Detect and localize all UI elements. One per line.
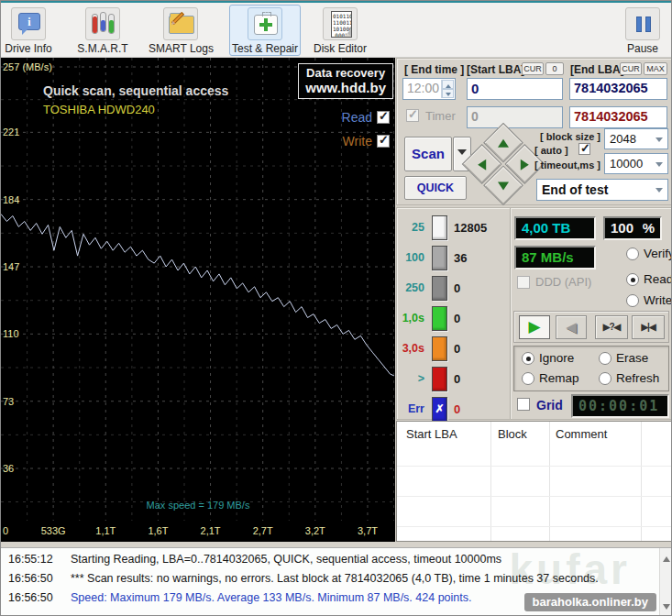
log-timestamp: 16:56:50 [8, 572, 53, 585]
back-icon: ◀ [566, 319, 577, 335]
mode-radio-write[interactable]: Write [626, 293, 672, 307]
vendor-banner: Data recovery www.hdd.by [298, 63, 393, 99]
smart-logs-button[interactable]: SMART Logs [148, 5, 214, 56]
histogram-row: 250 0 [397, 276, 507, 302]
auto-label: [ auto ] [534, 145, 568, 156]
drive-info-icon: i [11, 7, 46, 40]
end-time-spin-arrows[interactable] [441, 80, 454, 98]
svg-text:0: 0 [3, 525, 8, 536]
smart-label: S.M.A.R.T [75, 42, 130, 55]
timer-label: Timer [425, 109, 456, 123]
start-lba-zero-button[interactable]: 0 [545, 62, 564, 75]
svg-text:3,7T: 3,7T [358, 525, 378, 536]
start-lba-label: [Start LBA] [467, 63, 524, 76]
svg-text:2,7T: 2,7T [253, 525, 273, 536]
column-header-start-lba[interactable]: Start LBA [406, 427, 457, 441]
defect-table[interactable]: Start LBA Block Comment [396, 421, 672, 542]
read-series-toggle-row: Read [342, 110, 390, 125]
ddd-api-label: DDD (API) [535, 275, 591, 289]
block-size-select[interactable]: 2048 [604, 128, 668, 149]
action-radio-ignore[interactable]: Ignore [522, 351, 574, 365]
goto-end-button[interactable]: ▶|◀ [632, 315, 665, 339]
mode-radio-read[interactable]: Read [626, 272, 672, 286]
column-header-comment[interactable]: Comment [556, 427, 607, 441]
error-action-panel: Ignore Erase Remap Refresh [513, 346, 669, 391]
quick-button[interactable]: QUICK [404, 176, 467, 200]
histogram-count: 36 [454, 251, 467, 265]
grid-checkbox[interactable] [517, 398, 530, 411]
start-lba-input[interactable]: 0 [467, 78, 563, 100]
speed-graph: 257 (MB/s)22118414711073360533G1,1T1,6T2… [1, 58, 395, 542]
disk-editor-button[interactable]: 0101101100111010000001 Disk Editor [311, 5, 369, 56]
smart-logs-label: SMART Logs [149, 42, 213, 55]
end-lba-max-button[interactable]: MAX [644, 62, 667, 75]
timer-checkbox[interactable] [406, 109, 419, 122]
test-repair-button[interactable]: Test & Repair [229, 5, 301, 56]
disk-editor-label: Disk Editor [312, 42, 369, 55]
pause-icon [625, 7, 660, 40]
log-panel[interactable]: kufar 16:55:12 Starting Reading, LBA=0..… [1, 547, 672, 616]
histogram-label: 25 [412, 221, 424, 234]
play-button[interactable]: ▶ [519, 315, 550, 339]
auto-checkbox[interactable] [578, 143, 590, 155]
svg-text:1,6T: 1,6T [148, 525, 168, 536]
log-entry: 16:56:50 *** Scan results: no warnings, … [1, 569, 643, 588]
mode-radio-verify[interactable]: Verify [626, 247, 672, 260]
end-time-spinner[interactable]: 12:00 [402, 78, 456, 100]
disk-editor-icon: 0101101100111010000001 [323, 7, 358, 40]
svg-text:1,1T: 1,1T [95, 525, 116, 536]
drive-info-label: Drive Info [4, 42, 53, 55]
table-column-divider [641, 422, 642, 541]
percent-value: 100 [611, 220, 633, 236]
right-panel: [ End time ] [Start LBA] CUR 0 [End LBA]… [395, 58, 672, 542]
end-of-test-select[interactable]: End of test [536, 179, 668, 201]
log-scrollbar[interactable] [659, 548, 672, 616]
radio-dot-icon [599, 352, 611, 365]
pause-label: Pause [621, 42, 665, 55]
smart-button[interactable]: S.M.A.R.T [74, 5, 131, 56]
start-lba-cur-button[interactable]: CUR [522, 62, 544, 75]
victoria-app-window: i Drive Info S.M.A.R.T SMART Logs Test &… [0, 0, 672, 616]
column-header-block[interactable]: Block [498, 427, 527, 441]
main-toolbar: i Drive Info S.M.A.R.T SMART Logs Test &… [1, 3, 672, 58]
log-message: Starting Reading, LBA=0..7814032065, QUI… [71, 553, 501, 566]
histogram-label: > [418, 372, 424, 385]
action-radio-erase[interactable]: Erase [599, 351, 648, 365]
table-row-divider [397, 496, 671, 497]
histogram-label: Err [408, 402, 424, 415]
banner-line1: Data recovery [305, 66, 386, 80]
end-time-value: 12:00 [407, 81, 439, 95]
write-series-checkbox[interactable] [377, 135, 390, 148]
scroll-down-icon[interactable] [663, 604, 670, 613]
radio-dot-icon [626, 273, 639, 286]
scan-button[interactable]: Scan [404, 137, 452, 171]
histogram-count: 0 [454, 342, 460, 356]
current-speed-display: 87 MB/s [514, 246, 596, 270]
timeout-label: [ timeout,ms ] [523, 160, 600, 170]
end-lba-input[interactable]: 7814032065 [569, 78, 667, 100]
log-timestamp: 16:56:50 [8, 591, 53, 604]
end-lba-cur-button[interactable]: CUR [620, 62, 642, 75]
read-series-checkbox[interactable] [377, 111, 390, 124]
progress-percent-display: 100 % [603, 216, 662, 240]
histogram-box [432, 215, 447, 240]
histogram-box [432, 336, 447, 361]
arrow-left-icon [478, 159, 486, 170]
scroll-up-icon[interactable] [663, 553, 670, 562]
action-radio-remap[interactable]: Remap [522, 371, 579, 385]
svg-text:36: 36 [3, 463, 14, 474]
histogram-row-errors: Err ✗ 0 [397, 397, 507, 423]
histogram-count: 0 [454, 312, 460, 325]
max-speed-annotation: Max speed = 179 MB/s [1, 500, 395, 511]
svg-text:2,1T: 2,1T [201, 525, 221, 536]
action-radio-refresh[interactable]: Refresh [599, 371, 659, 385]
timeout-select[interactable]: 10000 [604, 153, 668, 174]
find-defect-button[interactable]: ▶?◀ [595, 315, 628, 339]
radio-dot-icon [626, 248, 639, 260]
pause-button[interactable]: Pause [620, 5, 666, 56]
step-back-button[interactable]: ◀ [556, 315, 587, 339]
timer-input[interactable]: 0 [467, 106, 563, 128]
histogram-row: 3,0s 0 [397, 336, 507, 362]
drive-info-button[interactable]: i Drive Info [3, 5, 54, 56]
ddd-api-checkbox[interactable] [517, 276, 530, 289]
